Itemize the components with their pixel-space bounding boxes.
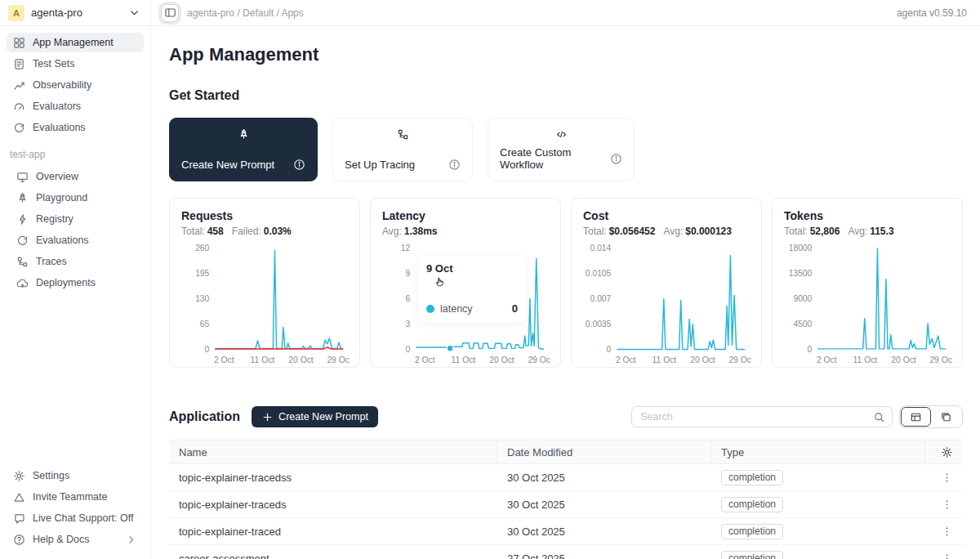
info-icon[interactable] (448, 159, 461, 171)
help-icon (13, 534, 25, 546)
sidebar-item-registry[interactable]: Registry (10, 209, 144, 229)
sidebar-item-label: Evaluations (33, 122, 86, 133)
app-version: agenta v0.59.10 (897, 7, 967, 19)
create-new-prompt-button[interactable]: Create New Prompt (252, 406, 378, 427)
column-header-date-modified[interactable]: Date Modified (497, 440, 711, 463)
sidebar-item-evaluations[interactable]: Evaluations (7, 118, 144, 137)
sidebar-item-help-docs[interactable]: Help & Docs (7, 530, 144, 549)
testsets-icon (13, 58, 25, 70)
table-row[interactable]: topic-explainer-traced 30 Oct 2025 compl… (169, 518, 963, 545)
sidebar-item-traces[interactable]: Traces (10, 252, 144, 271)
sidebar-item-evaluators[interactable]: Evaluators (7, 96, 144, 116)
row-menu-icon[interactable] (941, 525, 953, 538)
get-started-card-set-up-tracing[interactable]: Set Up Tracing (332, 118, 473, 181)
chart-tokens[interactable]: 04500900013500180002 Oct11 Oct20 Oct29 O… (784, 239, 952, 372)
svg-text:2 Oct: 2 Oct (415, 356, 435, 364)
grid-icon (13, 37, 25, 49)
table-row[interactable]: topic-explainer-traceds 30 Oct 2025 comp… (169, 491, 963, 518)
card-label: Create New Prompt (181, 159, 274, 171)
svg-text:0.007: 0.007 (590, 294, 612, 303)
svg-text:11 Oct: 11 Oct (853, 356, 878, 364)
rocket-icon (16, 192, 29, 204)
sidebar-item-test-sets[interactable]: Test Sets (7, 54, 144, 74)
svg-text:20 Oct: 20 Oct (891, 356, 915, 364)
triangle-icon (13, 491, 25, 503)
stat-label: Avg:115.3 (848, 226, 893, 237)
stat-label: Total:458 (181, 226, 224, 237)
app-type-badge: completion (721, 470, 783, 485)
svg-text:65: 65 (200, 320, 210, 329)
sidebar-item-label: Evaluators (33, 101, 81, 112)
info-icon[interactable] (293, 159, 305, 171)
svg-text:11 Oct: 11 Oct (452, 356, 476, 364)
svg-text:130: 130 (195, 294, 209, 303)
sidebar-item-settings[interactable]: Settings (7, 466, 144, 485)
sidebar-toggle-button[interactable] (161, 4, 179, 22)
get-started-card-create-custom-workflow[interactable]: Create Custom Workflow (488, 118, 635, 181)
row-menu-icon[interactable] (941, 552, 953, 559)
svg-text:29 Oct: 29 Oct (929, 356, 952, 364)
svg-text:13500: 13500 (789, 269, 813, 278)
table-row[interactable]: topic-explainer-tracedss 30 Oct 2025 com… (169, 464, 963, 491)
table-row[interactable]: career-assessment 27 Oct 2025 completion (169, 545, 963, 559)
applications-table: Name Date Modified Type topic-explainer-… (169, 440, 963, 559)
stat-card-requests: Requests Total:458Failed:0.03%0651301952… (169, 198, 360, 368)
table-view-button[interactable] (901, 407, 931, 427)
svg-text:11 Oct: 11 Oct (653, 356, 677, 364)
gauge-icon (13, 101, 25, 113)
search-icon[interactable] (873, 411, 885, 423)
sidebar-item-app-management[interactable]: App Management (7, 33, 144, 52)
sidebar-item-label: Overview (36, 171, 78, 182)
tooltip-value: 0 (512, 302, 518, 315)
app-date-modified: 27 Oct 2025 (497, 552, 711, 559)
monitor-icon (16, 171, 29, 183)
svg-text:6: 6 (406, 294, 411, 303)
card-view-button[interactable] (931, 407, 961, 427)
chart-cost[interactable]: 00.00350.0070.01050.0142 Oct11 Oct20 Oct… (583, 239, 751, 372)
svg-text:260: 260 (195, 244, 209, 253)
evaluations-icon (13, 122, 25, 134)
sidebar-item-evaluations[interactable]: Evaluations (10, 230, 144, 250)
app-type-badge: completion (721, 524, 783, 539)
app-date-modified: 30 Oct 2025 (497, 499, 711, 511)
search-input[interactable] (640, 411, 873, 423)
chart-tooltip: 9 Oct latency 0 (418, 256, 526, 323)
lightning-icon (16, 213, 29, 226)
table-view-icon (910, 411, 922, 423)
panel-left-icon (164, 7, 176, 19)
chart-title: Tokens (784, 209, 951, 222)
sidebar-item-live-chat-support-off[interactable]: Live Chat Support: Off (7, 508, 144, 528)
sidebar-app-section-label: test-app (10, 149, 137, 160)
rocket-icon (181, 128, 305, 141)
workspace-selector[interactable]: A agenta-pro (0, 0, 151, 25)
svg-text:0: 0 (808, 345, 813, 354)
column-header-name[interactable]: Name (169, 440, 497, 463)
gear-icon (13, 470, 25, 482)
chart-requests[interactable]: 0651301952602 Oct11 Oct20 Oct29 Oct (181, 239, 350, 372)
svg-text:11 Oct: 11 Oct (251, 356, 275, 364)
get-started-card-create-new-prompt[interactable]: Create New Prompt (169, 118, 318, 181)
sidebar-item-label: App Management (33, 37, 114, 48)
sidebar-item-invite-teammate[interactable]: Invite Teammate (7, 487, 144, 507)
sidebar-item-deployments[interactable]: Deployments (10, 273, 144, 293)
table-settings-gear-icon[interactable] (941, 446, 953, 458)
app-date-modified: 30 Oct 2025 (497, 525, 711, 538)
sidebar-item-observability[interactable]: Observability (7, 75, 144, 95)
sidebar-item-overview[interactable]: Overview (10, 167, 144, 186)
column-header-type[interactable]: Type (711, 440, 925, 463)
tooltip-series-label: latency (440, 303, 473, 315)
sidebar-item-playground[interactable]: Playground (10, 188, 144, 208)
hand-cursor-icon (434, 275, 447, 288)
row-menu-icon[interactable] (941, 472, 953, 484)
info-icon[interactable] (610, 153, 622, 165)
stat-label: Failed:0.03% (232, 226, 292, 237)
svg-text:0.0105: 0.0105 (586, 269, 612, 278)
svg-text:29 Oct: 29 Oct (327, 356, 350, 364)
tree-icon (16, 256, 29, 268)
svg-text:9: 9 (406, 269, 411, 278)
app-name: career-assessment (169, 552, 497, 559)
observability-icon (13, 79, 25, 92)
workspace-avatar: A (8, 5, 24, 21)
row-menu-icon[interactable] (941, 499, 953, 511)
sidebar-item-label: Test Sets (33, 58, 74, 69)
